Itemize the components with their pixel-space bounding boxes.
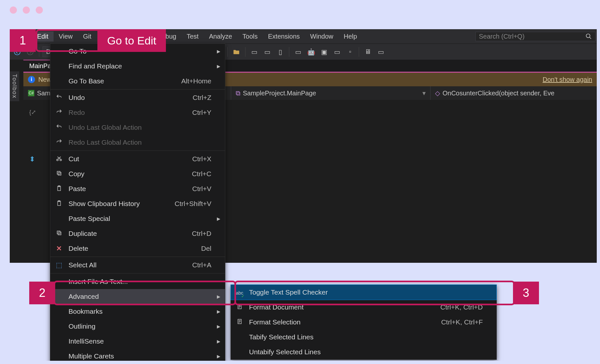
device-phone-icon[interactable]: ▯ [275,46,286,57]
undo-icon [55,124,63,132]
device-surface-icon[interactable]: ▭ [331,46,343,57]
paste-icon [55,185,63,193]
cut-icon [55,155,63,163]
edit-menu-item-multiple-carets[interactable]: Multiple Carets▸ [50,349,225,361]
device-tablet-icon[interactable]: ▭ [293,46,304,57]
menu-tools[interactable]: Tools [237,31,263,42]
visual-studio-window: File Edit View Git Project Build Debug T… [10,29,597,263]
edit-menu-item-select-all[interactable]: ⬚Select AllCtrl+A [50,258,225,273]
callout-box-advanced [54,281,236,305]
info-dismiss-link[interactable]: Don't show again [543,76,592,83]
doc-icon [235,318,244,326]
callout-step-3: 3 [513,282,539,304]
svg-rect-8 [58,172,61,175]
search-placeholder: Search (Ctrl+Q) [479,33,525,40]
submenu-arrow-icon: ▸ [217,308,220,315]
undo-icon [55,94,63,102]
svg-point-0 [586,34,590,38]
info-text: New [38,76,51,83]
submenu-arrow-icon: ▸ [217,322,220,330]
edit-menu-item-cut[interactable]: CutCtrl+X [50,152,225,166]
svg-rect-9 [57,171,60,174]
menu-window[interactable]: Window [305,31,338,42]
device-android-icon[interactable]: 🤖 [306,46,317,57]
callout-step-1: 1 [10,29,36,52]
advanced-menu-item-untabify-selected-lines[interactable]: Untabify Selected Lines [231,345,496,359]
search-icon [585,33,592,40]
edit-menu-item-find-and-replace[interactable]: Find and Replace▸ [50,59,225,74]
device-small-icon[interactable]: ▫ [344,46,356,57]
device-laptop-icon[interactable]: ▭ [375,46,386,57]
menu-analyze[interactable]: Analyze [204,31,237,42]
callout-box-edit [36,29,101,52]
menu-extensions[interactable]: Extensions [263,31,305,42]
svg-line-1 [590,37,591,39]
device-preview1-icon[interactable]: ▭ [249,46,260,57]
edit-menu-item-redo: RedoCtrl+Y [50,105,225,120]
advanced-menu-item-tabify-selected-lines[interactable]: Tabify Selected Lines [231,330,496,345]
open-folder-button[interactable] [231,46,242,57]
class-icon: ⧉ [236,90,240,97]
submenu-arrow-icon: ▸ [217,62,220,70]
edit-menu-item-paste[interactable]: PasteCtrl+V [50,181,225,196]
edit-menu-item-redo-last-global-action: Redo Last Global Action [50,135,225,150]
redo-icon [55,139,63,147]
callout-box-toggle [234,281,515,305]
submenu-arrow-icon: ▸ [217,352,220,360]
method-icon: ◇ [435,89,440,97]
edit-menu-item-intellisense[interactable]: IntelliSense▸ [50,334,225,349]
edit-menu-item-bookmarks[interactable]: Bookmarks▸ [50,304,225,319]
edit-menu-item-go-to-base[interactable]: Go To BaseAlt+Home [50,74,225,89]
device-console-icon[interactable]: ▣ [319,46,330,57]
copy-icon [55,170,63,178]
edit-menu-dropdown: Go To▸Find and Replace▸Go To BaseAlt+Hom… [50,43,225,361]
nav-class[interactable]: ⧉ SampleProject.MainPage ▾ [231,86,431,100]
submenu-arrow-icon: ▸ [217,337,220,345]
menu-test[interactable]: Test [181,31,204,42]
redo-icon [55,109,63,117]
edit-menu-item-copy[interactable]: CopyCtrl+C [50,166,225,181]
select-icon: ⬚ [55,261,63,269]
info-icon: i [28,76,35,83]
menu-help[interactable]: Help [338,31,362,42]
nav-member[interactable]: ◇ OnCosunterClicked(object sender, Eve [431,86,597,100]
edit-menu-item-delete[interactable]: ✕DeleteDel [50,241,225,256]
advanced-menu-item-format-selection[interactable]: Format SelectionCtrl+K, Ctrl+F [231,315,496,330]
device-preview2-icon[interactable]: ▭ [262,46,273,57]
device-desktop-icon[interactable]: 🖥 [362,46,373,57]
edit-menu-item-show-clipboard-history[interactable]: Show Clipboard HistoryCtrl+Shift+V [50,196,225,211]
delete-icon: ✕ [55,245,63,252]
edit-menu-item-duplicate[interactable]: DuplicateCtrl+D [50,226,225,241]
nav-member-label: OnCosunterClicked(object sender, Eve [443,90,555,97]
submenu-arrow-icon: ▸ [217,215,220,223]
callout-go-to-edit: Go to Edit [97,29,166,52]
callout-step-2: 2 [29,282,55,304]
quick-search[interactable]: Search (Ctrl+Q) [475,32,595,41]
nav-class-label: SampleProject.MainPage [243,90,316,97]
window-traffic-lights [10,6,43,14]
csharp-project-icon: C# [28,90,34,96]
edit-menu-item-undo-last-global-action: Undo Last Global Action [50,120,225,135]
edit-menu-item-outlining[interactable]: Outlining▸ [50,319,225,334]
svg-rect-14 [58,232,61,235]
edit-menu-item-paste-special[interactable]: Paste Special▸ [50,211,225,226]
submenu-arrow-icon: ▸ [217,47,220,55]
edit-menu-item-undo[interactable]: UndoCtrl+Z [50,90,225,105]
svg-rect-15 [57,231,60,234]
toolbox-side-tab[interactable]: Toolbox [10,71,19,101]
paste-icon [55,200,63,208]
copy-icon [55,230,63,237]
